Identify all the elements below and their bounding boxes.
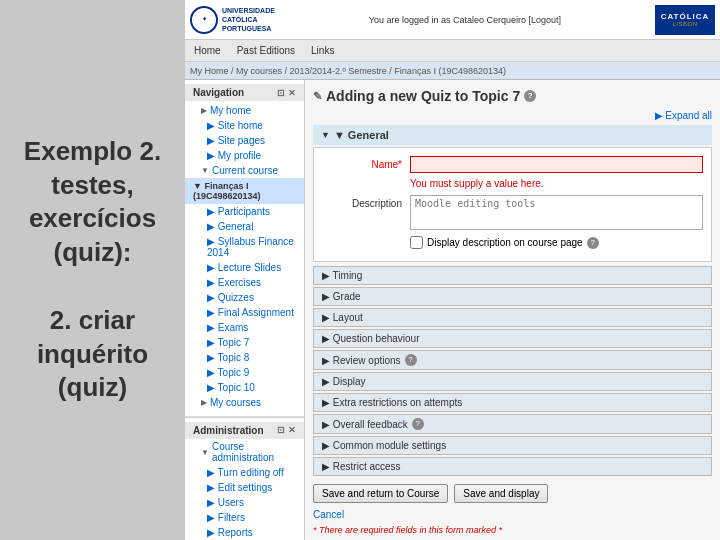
nav-links[interactable]: Links <box>307 43 338 58</box>
extra-restrictions-section[interactable]: ▶ Extra restrictions on attempts <box>313 393 712 412</box>
sidebar-topic9[interactable]: ▶ Topic 9 <box>185 365 304 380</box>
page-title: ✎ Adding a new Quiz to Topic 7 ? <box>313 88 712 104</box>
display-desc-row: Display description on course page ? <box>322 236 703 249</box>
sidebar-topic10[interactable]: ▶ Topic 10 <box>185 380 304 395</box>
general-label: ▼ General <box>334 129 389 141</box>
main-area: Navigation ⊡ ✕ ▶My home ▶ Site home ▶ Si… <box>185 80 720 540</box>
timing-section[interactable]: ▶ Timing <box>313 266 712 285</box>
display-desc-checkbox[interactable] <box>410 236 423 249</box>
button-row: Save and return to Course Save and displ… <box>313 484 712 503</box>
lisbon-text: LISBON <box>672 21 697 27</box>
sidebar-my-home[interactable]: ▶My home <box>185 103 304 118</box>
layout-section[interactable]: ▶ Layout <box>313 308 712 327</box>
nav-past-editions[interactable]: Past Editions <box>233 43 299 58</box>
overall-info-icon[interactable]: ? <box>412 418 424 430</box>
sidebar-my-profile[interactable]: ▶ My profile <box>185 148 304 163</box>
expand-all-link[interactable]: ▶ Expand all <box>313 110 712 121</box>
administration-section-title: Administration ⊡ ✕ <box>185 422 304 439</box>
logo-right: CATÓLICA LISBON <box>655 5 715 35</box>
sidebar-current-course[interactable]: ▼Current course <box>185 163 304 178</box>
slide-title: Exemplo 2. testes, exercícios (quiz): 2.… <box>24 135 161 405</box>
name-form-row: Name* You must supply a value here. <box>322 156 703 189</box>
content-area: ✎ Adding a new Quiz to Topic 7 ? ▶ Expan… <box>305 80 720 540</box>
sidebar-site-home[interactable]: ▶ Site home <box>185 118 304 133</box>
info-icon[interactable]: ? <box>524 90 536 102</box>
common-module-section[interactable]: ▶ Common module settings <box>313 436 712 455</box>
catolica-text: CATÓLICA <box>661 12 710 21</box>
sidebar-site-pages[interactable]: ▶ Site pages <box>185 133 304 148</box>
left-text-panel: Exemplo 2. testes, exercícios (quiz): 2.… <box>0 0 185 540</box>
general-form: Name* You must supply a value here. Desc… <box>313 147 712 262</box>
review-info-icon[interactable]: ? <box>405 354 417 366</box>
university-logo-circle: ✦ <box>190 6 218 34</box>
browser-area: ✦ UNIVERSIDADE CATÓLICA PORTUGUESA You a… <box>185 0 720 540</box>
navigation-section-title: Navigation ⊡ ✕ <box>185 84 304 101</box>
description-textarea[interactable] <box>410 195 703 230</box>
navigation-section: Navigation ⊡ ✕ ▶My home ▶ Site home ▶ Si… <box>185 80 304 417</box>
sidebar-topic8[interactable]: ▶ Topic 8 <box>185 350 304 365</box>
pencil-icon: ✎ <box>313 90 322 103</box>
name-input[interactable] <box>410 156 703 173</box>
name-error-text: You must supply a value here. <box>410 175 703 189</box>
sidebar-filters[interactable]: ▶ Filters <box>185 510 304 525</box>
sidebar-topic7[interactable]: ▶ Topic 7 <box>185 335 304 350</box>
review-options-section[interactable]: ▶ Review options ? <box>313 350 712 370</box>
nav-home[interactable]: Home <box>190 43 225 58</box>
overall-feedback-section[interactable]: ▶ Overall feedback ? <box>313 414 712 434</box>
display-section[interactable]: ▶ Display <box>313 372 712 391</box>
sidebar-general[interactable]: ▶ General <box>185 219 304 234</box>
sidebar-syllabus[interactable]: ▶ Syllabus Finance 2014 <box>185 234 304 260</box>
breadcrumb: My Home / My courses / 2013/2014-2.º Sem… <box>185 62 720 80</box>
sidebar-reports[interactable]: ▶ Reports <box>185 525 304 540</box>
top-logo-bar: ✦ UNIVERSIDADE CATÓLICA PORTUGUESA You a… <box>185 0 720 40</box>
university-name: UNIVERSIDADE CATÓLICA PORTUGUESA <box>222 6 275 33</box>
sidebar-users[interactable]: ▶ Users <box>185 495 304 510</box>
user-login-text: You are logged in as Cataleo Cerqueiro [… <box>369 15 561 25</box>
save-return-button[interactable]: Save and return to Course <box>313 484 448 503</box>
description-form-row: Description <box>322 195 703 230</box>
catolica-lisbon-logo: CATÓLICA LISBON <box>655 5 715 35</box>
logo-left: ✦ UNIVERSIDADE CATÓLICA PORTUGUESA <box>190 6 275 34</box>
sidebar: Navigation ⊡ ✕ ▶My home ▶ Site home ▶ Si… <box>185 80 305 540</box>
sidebar-course-name: ▼ Finanças I (19C498620134) <box>185 178 304 204</box>
sidebar-course-admin[interactable]: ▼Course administration <box>185 439 304 465</box>
sidebar-exercises[interactable]: ▶ Exercises <box>185 275 304 290</box>
sidebar-final-assignment[interactable]: ▶ Final Assignment <box>185 305 304 320</box>
cancel-button[interactable]: Cancel <box>313 509 344 520</box>
general-section-header[interactable]: ▼ ▼ General <box>313 125 712 145</box>
sidebar-my-courses[interactable]: ▶My courses <box>185 395 304 410</box>
administration-section: Administration ⊡ ✕ ▼Course administratio… <box>185 417 304 540</box>
sidebar-exams[interactable]: ▶ Exams <box>185 320 304 335</box>
general-arrow: ▼ <box>321 130 330 140</box>
display-desc-info-icon[interactable]: ? <box>587 237 599 249</box>
grade-section[interactable]: ▶ Grade <box>313 287 712 306</box>
restrict-access-section[interactable]: ▶ Restrict access <box>313 457 712 476</box>
sidebar-quizzes[interactable]: ▶ Quizzes <box>185 290 304 305</box>
sidebar-turn-editing-off[interactable]: ▶ Turn editing off <box>185 465 304 480</box>
name-label: Name* <box>322 156 402 170</box>
description-label: Description <box>322 195 402 209</box>
nav-bar: Home Past Editions Links <box>185 40 720 62</box>
sidebar-edit-settings[interactable]: ▶ Edit settings <box>185 480 304 495</box>
question-behaviour-section[interactable]: ▶ Question behaviour <box>313 329 712 348</box>
save-display-button[interactable]: Save and display <box>454 484 548 503</box>
display-desc-label: Display description on course page <box>427 237 583 248</box>
sidebar-lecture-slides[interactable]: ▶ Lecture Slides <box>185 260 304 275</box>
required-note: * There are required fields in this form… <box>313 525 712 535</box>
sidebar-participants[interactable]: ▶ Participants <box>185 204 304 219</box>
